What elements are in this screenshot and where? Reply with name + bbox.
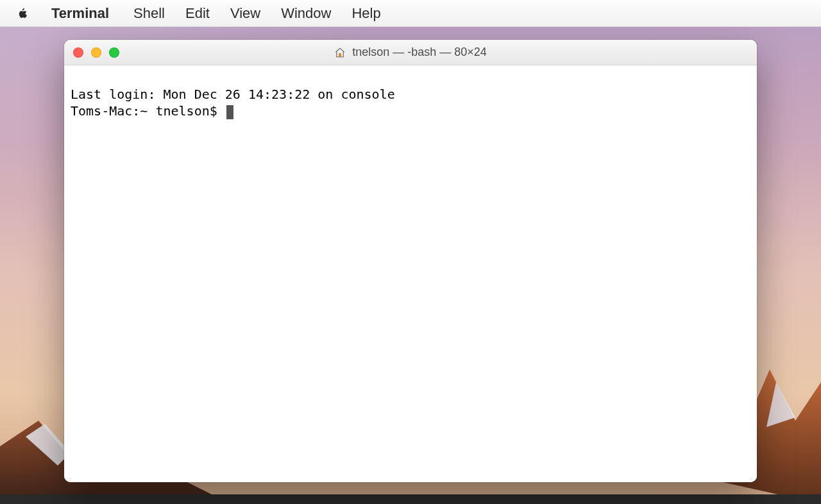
macos-menubar: Terminal Shell Edit View Window Help <box>0 0 821 27</box>
desktop-background: Terminal Shell Edit View Window Help <box>0 0 821 504</box>
terminal-window: tnelson — -bash — 80×24 Last login: Mon … <box>64 40 757 482</box>
last-login-line: Last login: Mon Dec 26 14:23:22 on conso… <box>71 87 395 102</box>
zoom-button[interactable] <box>109 47 119 58</box>
window-title-text: tnelson — -bash — 80×24 <box>352 46 487 59</box>
terminal-output[interactable]: Last login: Mon Dec 26 14:23:22 on conso… <box>64 65 757 482</box>
window-titlebar[interactable]: tnelson — -bash — 80×24 <box>64 40 757 65</box>
shell-prompt: Toms-Mac:~ tnelson$ <box>71 103 225 119</box>
home-icon <box>334 47 346 58</box>
close-button[interactable] <box>73 47 83 58</box>
menubar-appname[interactable]: Terminal <box>49 0 123 27</box>
window-title: tnelson — -bash — 80×24 <box>64 40 757 65</box>
menubar-item-help[interactable]: Help <box>341 0 391 27</box>
menubar-item-shell[interactable]: Shell <box>123 0 175 27</box>
apple-menu-icon[interactable] <box>15 6 30 21</box>
minimize-button[interactable] <box>91 47 101 58</box>
menubar-item-view[interactable]: View <box>220 0 271 27</box>
menubar-item-window[interactable]: Window <box>271 0 341 27</box>
window-traffic-lights <box>73 47 119 58</box>
menubar-items: Terminal Shell Edit View Window Help <box>49 0 391 27</box>
menubar-item-edit[interactable]: Edit <box>175 0 220 27</box>
text-cursor <box>226 105 233 119</box>
svg-rect-0 <box>339 53 341 56</box>
